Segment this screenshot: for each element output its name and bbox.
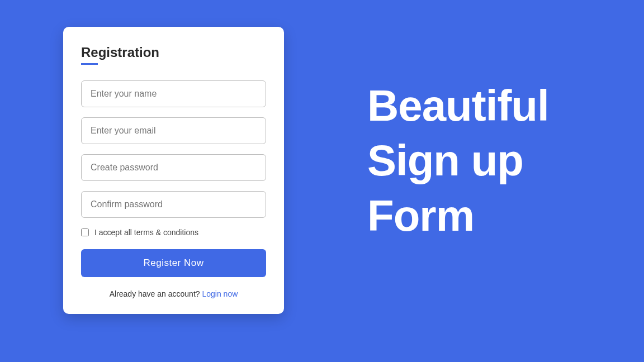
login-link[interactable]: Login now: [202, 289, 238, 298]
confirm-password-field[interactable]: [81, 191, 266, 218]
input-group: [81, 80, 266, 218]
login-prompt: Already have an account?: [110, 289, 202, 298]
email-field[interactable]: [81, 117, 266, 144]
hero-line-3: Form: [367, 188, 549, 243]
name-field[interactable]: [81, 80, 266, 107]
hero-text: Beautiful Sign up Form: [367, 78, 549, 243]
password-field[interactable]: [81, 154, 266, 181]
login-row: Already have an account? Login now: [81, 289, 266, 298]
form-title: Registration: [81, 45, 159, 65]
terms-checkbox[interactable]: [81, 228, 89, 236]
hero-line-1: Beautiful: [367, 78, 549, 133]
registration-card: Registration I accept all terms & condit…: [63, 27, 284, 314]
terms-label[interactable]: I accept all terms & conditions: [94, 228, 198, 237]
hero-line-2: Sign up: [367, 133, 549, 188]
terms-row: I accept all terms & conditions: [81, 228, 266, 237]
register-button[interactable]: Register Now: [81, 249, 266, 277]
